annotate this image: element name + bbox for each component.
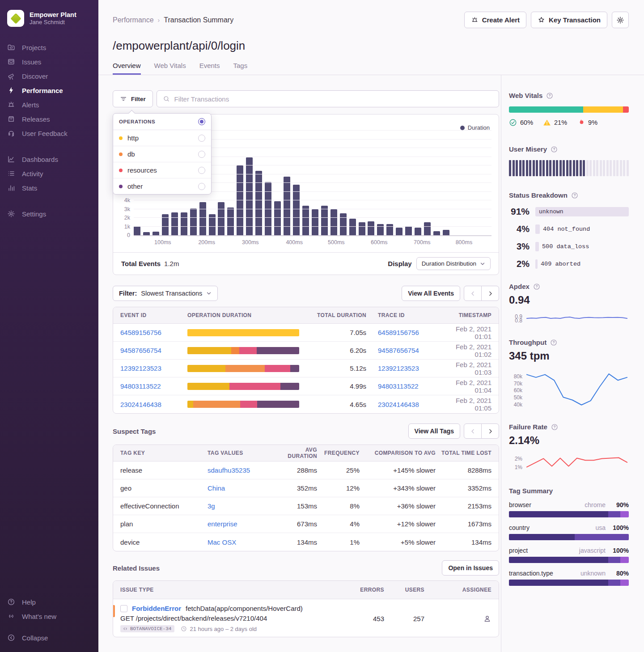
histogram-bar[interactable] [386, 224, 393, 235]
histogram-bar[interactable] [199, 202, 206, 235]
event-id-link[interactable]: 12392123523 [120, 364, 161, 372]
trace-id-link[interactable]: 94803113522 [378, 382, 419, 390]
histogram-bar[interactable] [321, 206, 328, 235]
histogram-bar[interactable] [424, 222, 431, 235]
operation-radio[interactable] [198, 183, 205, 190]
tag-value-link[interactable]: sdaufhu35235 [208, 466, 250, 474]
question-icon[interactable] [533, 283, 540, 290]
key-transaction-button[interactable]: Key Transaction [531, 12, 607, 28]
display-select[interactable]: Duration Distribution [416, 257, 491, 270]
question-icon[interactable] [550, 339, 557, 346]
issue-row[interactable]: ForbiddenError fetchData(app/components/… [113, 599, 499, 637]
sidebar-item-help[interactable]: Help [0, 595, 98, 609]
event-id-link[interactable]: 94587656754 [120, 347, 161, 354]
pager-prev-button[interactable] [464, 286, 482, 301]
question-icon[interactable] [546, 92, 553, 99]
trace-id-link[interactable]: 12392123523 [378, 364, 419, 372]
trace-id-link[interactable]: 23024146438 [378, 401, 419, 408]
event-id-link[interactable]: 94803113522 [120, 382, 161, 390]
pager-next-button[interactable] [481, 286, 499, 301]
histogram-bar[interactable] [218, 202, 225, 235]
histogram-bar[interactable] [143, 232, 150, 235]
histogram-bar[interactable] [302, 206, 309, 235]
operations-dropdown-header[interactable]: OPERATIONS [113, 114, 211, 130]
open-in-issues-button[interactable]: Open in Issues [442, 560, 499, 576]
settings-gear-button[interactable] [612, 12, 629, 28]
sidebar-item-releases[interactable]: Releases [0, 112, 98, 126]
histogram-bar[interactable] [134, 226, 140, 236]
histogram-bar[interactable] [274, 201, 281, 235]
tag-summary-bar[interactable] [509, 580, 629, 586]
create-alert-button[interactable]: Create Alert [464, 12, 526, 28]
sidebar-item-stats[interactable]: Stats [0, 181, 98, 195]
tab-web-vitals[interactable]: Web Vitals [154, 62, 186, 75]
pager-next-button[interactable] [481, 423, 499, 439]
sidebar-item-alerts[interactable]: Alerts [0, 97, 98, 112]
sidebar-item-collapse[interactable]: Collapse [0, 631, 98, 645]
histogram-bar[interactable] [368, 221, 374, 235]
operations-radio-selected[interactable] [198, 118, 205, 125]
filter-button[interactable]: Filter [113, 90, 153, 107]
histogram-bar[interactable] [443, 230, 449, 235]
histogram-bar[interactable] [330, 209, 337, 236]
tag-value-link[interactable]: China [208, 484, 225, 492]
histogram-bar[interactable] [349, 219, 356, 235]
trace-id-link[interactable]: 64589156756 [378, 329, 419, 336]
histogram-bar[interactable] [246, 157, 253, 235]
operation-radio[interactable] [198, 135, 205, 142]
tag-value-link[interactable]: Mac OSX [208, 538, 236, 546]
sidebar-item-discover[interactable]: Discover [0, 69, 98, 83]
event-id-link[interactable]: 64589156756 [120, 329, 161, 336]
tag-summary-bar[interactable] [509, 557, 629, 563]
histogram-bar[interactable] [433, 231, 440, 235]
breadcrumb-performance[interactable]: Performance [113, 16, 154, 24]
tab-events[interactable]: Events [199, 62, 220, 75]
trace-id-link[interactable]: 94587656754 [378, 347, 419, 354]
histogram-bar[interactable] [359, 222, 365, 235]
search-input[interactable]: Filter Transactions [157, 90, 499, 107]
histogram-bar[interactable] [181, 212, 187, 235]
histogram-bar[interactable] [312, 209, 318, 236]
histogram-bar[interactable] [293, 185, 300, 235]
sidebar-item-settings[interactable]: Settings [0, 207, 98, 221]
sidebar-item-activity[interactable]: Activity [0, 166, 98, 181]
tag-value-link[interactable]: 3g [208, 502, 215, 510]
tag-summary-bar[interactable] [509, 511, 629, 517]
sidebar-item-user-feedback[interactable]: User Feedback [0, 126, 98, 140]
issue-type-link[interactable]: ForbiddenError [132, 605, 181, 612]
operation-option-db[interactable]: db [113, 146, 211, 162]
operation-option-http[interactable]: http [113, 130, 211, 146]
question-icon[interactable] [551, 146, 558, 153]
org-switcher[interactable]: Empower Plant Jane Schmidt [0, 6, 98, 30]
histogram-bar[interactable] [171, 212, 178, 235]
view-all-events-button[interactable]: View All Events [402, 286, 460, 301]
event-id-link[interactable]: 23024146438 [120, 401, 161, 408]
histogram-bar[interactable] [227, 207, 234, 235]
histogram-bar[interactable] [405, 226, 412, 236]
tag-value-link[interactable]: enterprise [208, 520, 237, 528]
operation-option-other[interactable]: other [113, 178, 211, 194]
sidebar-item-issues[interactable]: Issues [0, 55, 98, 69]
issue-assignee[interactable] [424, 614, 491, 623]
histogram-bar[interactable] [415, 228, 421, 235]
question-icon[interactable] [571, 192, 578, 199]
histogram-bar[interactable] [190, 208, 197, 236]
operation-radio[interactable] [198, 167, 205, 174]
histogram-bar[interactable] [237, 165, 243, 235]
histogram-bar[interactable] [396, 228, 402, 235]
issue-checkbox[interactable] [120, 605, 127, 612]
events-filter-select[interactable]: Filter: Slowest Transactions [113, 286, 218, 301]
operation-radio[interactable] [198, 151, 205, 158]
histogram-bar[interactable] [377, 224, 384, 235]
operation-option-resources[interactable]: resources [113, 162, 211, 178]
pager-prev-button[interactable] [464, 423, 482, 439]
question-icon[interactable] [551, 423, 558, 431]
sidebar-item-what-s-new[interactable]: What's new [0, 609, 98, 623]
tab-tags[interactable]: Tags [233, 62, 248, 75]
sidebar-item-performance[interactable]: Performance [0, 83, 98, 97]
tab-overview[interactable]: Overview [113, 62, 141, 75]
sidebar-item-projects[interactable]: Projects [0, 40, 98, 55]
view-all-tags-button[interactable]: View All Tags [408, 423, 460, 439]
histogram-bar[interactable] [255, 171, 262, 235]
histogram-bar[interactable] [340, 213, 347, 235]
